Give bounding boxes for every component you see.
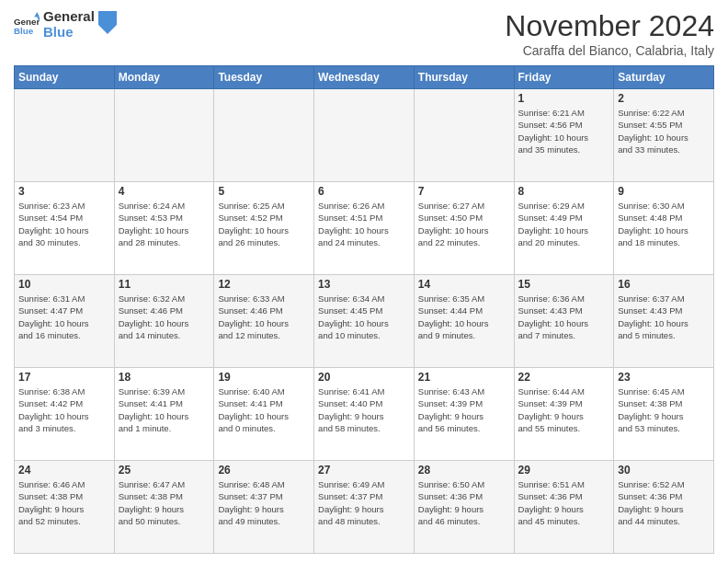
calendar-cell-1-0: 3Sunrise: 6:23 AM Sunset: 4:54 PM Daylig… bbox=[15, 182, 115, 275]
col-tuesday: Tuesday bbox=[214, 66, 314, 89]
day-number: 28 bbox=[418, 464, 510, 477]
day-number: 29 bbox=[518, 464, 610, 477]
day-info: Sunrise: 6:51 AM Sunset: 4:36 PM Dayligh… bbox=[518, 478, 610, 527]
day-info: Sunrise: 6:40 AM Sunset: 4:41 PM Dayligh… bbox=[218, 385, 310, 434]
day-number: 6 bbox=[318, 185, 410, 198]
day-number: 27 bbox=[318, 464, 410, 477]
day-info: Sunrise: 6:22 AM Sunset: 4:55 PM Dayligh… bbox=[618, 107, 710, 155]
day-number: 9 bbox=[618, 185, 710, 198]
calendar-cell-3-0: 17Sunrise: 6:38 AM Sunset: 4:42 PM Dayli… bbox=[15, 368, 115, 461]
day-number: 10 bbox=[18, 278, 110, 291]
day-number: 13 bbox=[318, 278, 410, 291]
calendar-cell-0-1 bbox=[114, 89, 214, 182]
day-number: 26 bbox=[218, 464, 310, 477]
day-info: Sunrise: 6:48 AM Sunset: 4:37 PM Dayligh… bbox=[218, 478, 310, 527]
day-number: 16 bbox=[618, 278, 710, 291]
day-info: Sunrise: 6:37 AM Sunset: 4:43 PM Dayligh… bbox=[618, 293, 710, 341]
calendar-cell-3-2: 19Sunrise: 6:40 AM Sunset: 4:41 PM Dayli… bbox=[214, 368, 314, 461]
logo-icon: General Blue bbox=[14, 12, 40, 38]
calendar-row-4: 24Sunrise: 6:46 AM Sunset: 4:38 PM Dayli… bbox=[15, 461, 714, 554]
col-sunday: Sunday bbox=[15, 66, 115, 89]
calendar-cell-2-0: 10Sunrise: 6:31 AM Sunset: 4:47 PM Dayli… bbox=[15, 275, 115, 368]
day-number: 12 bbox=[218, 278, 310, 291]
day-number: 5 bbox=[218, 185, 310, 198]
day-number: 25 bbox=[119, 464, 210, 477]
calendar-cell-3-1: 18Sunrise: 6:39 AM Sunset: 4:41 PM Dayli… bbox=[114, 368, 214, 461]
day-info: Sunrise: 6:44 AM Sunset: 4:39 PM Dayligh… bbox=[518, 385, 610, 434]
day-number: 24 bbox=[18, 464, 110, 477]
calendar-cell-4-4: 28Sunrise: 6:50 AM Sunset: 4:36 PM Dayli… bbox=[414, 461, 514, 554]
day-number: 17 bbox=[18, 371, 110, 384]
col-wednesday: Wednesday bbox=[314, 66, 415, 89]
logo-general: General bbox=[43, 9, 95, 25]
day-info: Sunrise: 6:32 AM Sunset: 4:46 PM Dayligh… bbox=[119, 293, 210, 341]
day-number: 30 bbox=[618, 464, 710, 477]
calendar-cell-4-3: 27Sunrise: 6:49 AM Sunset: 4:37 PM Dayli… bbox=[314, 461, 415, 554]
day-info: Sunrise: 6:41 AM Sunset: 4:40 PM Dayligh… bbox=[318, 385, 410, 434]
day-number: 22 bbox=[518, 371, 610, 384]
day-info: Sunrise: 6:45 AM Sunset: 4:38 PM Dayligh… bbox=[618, 385, 710, 434]
calendar-cell-1-1: 4Sunrise: 6:24 AM Sunset: 4:53 PM Daylig… bbox=[114, 182, 214, 275]
calendar-cell-2-5: 15Sunrise: 6:36 AM Sunset: 4:43 PM Dayli… bbox=[514, 275, 614, 368]
calendar-cell-4-5: 29Sunrise: 6:51 AM Sunset: 4:36 PM Dayli… bbox=[514, 461, 614, 554]
day-info: Sunrise: 6:26 AM Sunset: 4:51 PM Dayligh… bbox=[318, 200, 410, 248]
day-info: Sunrise: 6:25 AM Sunset: 4:52 PM Dayligh… bbox=[218, 200, 310, 248]
day-number: 23 bbox=[618, 371, 710, 384]
day-number: 7 bbox=[418, 185, 510, 198]
day-info: Sunrise: 6:34 AM Sunset: 4:45 PM Dayligh… bbox=[318, 293, 410, 341]
calendar-cell-2-6: 16Sunrise: 6:37 AM Sunset: 4:43 PM Dayli… bbox=[614, 275, 714, 368]
calendar-row-1: 3Sunrise: 6:23 AM Sunset: 4:54 PM Daylig… bbox=[15, 182, 714, 275]
calendar-cell-4-2: 26Sunrise: 6:48 AM Sunset: 4:37 PM Dayli… bbox=[214, 461, 314, 554]
day-number: 18 bbox=[119, 371, 210, 384]
logo: General Blue General Blue bbox=[14, 9, 117, 40]
day-number: 11 bbox=[119, 278, 210, 291]
day-info: Sunrise: 6:39 AM Sunset: 4:41 PM Dayligh… bbox=[119, 385, 210, 434]
logo-arrow-icon bbox=[98, 11, 117, 39]
day-number: 21 bbox=[418, 371, 510, 384]
day-info: Sunrise: 6:27 AM Sunset: 4:50 PM Dayligh… bbox=[418, 200, 510, 248]
calendar-table: Sunday Monday Tuesday Wednesday Thursday… bbox=[14, 65, 714, 554]
day-number: 15 bbox=[518, 278, 610, 291]
day-number: 1 bbox=[518, 92, 610, 105]
day-info: Sunrise: 6:24 AM Sunset: 4:53 PM Dayligh… bbox=[119, 200, 210, 248]
calendar-cell-4-0: 24Sunrise: 6:46 AM Sunset: 4:38 PM Dayli… bbox=[15, 461, 115, 554]
title-block: November 2024 Caraffa del Bianco, Calabr… bbox=[505, 9, 714, 58]
calendar-cell-3-5: 22Sunrise: 6:44 AM Sunset: 4:39 PM Dayli… bbox=[514, 368, 614, 461]
header: General Blue General Blue November 2024 … bbox=[14, 9, 714, 58]
day-info: Sunrise: 6:50 AM Sunset: 4:36 PM Dayligh… bbox=[418, 478, 510, 527]
calendar-cell-1-2: 5Sunrise: 6:25 AM Sunset: 4:52 PM Daylig… bbox=[214, 182, 314, 275]
col-friday: Friday bbox=[514, 66, 614, 89]
calendar-cell-0-5: 1Sunrise: 6:21 AM Sunset: 4:56 PM Daylig… bbox=[514, 89, 614, 182]
day-info: Sunrise: 6:35 AM Sunset: 4:44 PM Dayligh… bbox=[418, 293, 510, 341]
day-info: Sunrise: 6:38 AM Sunset: 4:42 PM Dayligh… bbox=[18, 385, 110, 434]
location: Caraffa del Bianco, Calabria, Italy bbox=[505, 43, 714, 58]
day-number: 8 bbox=[518, 185, 610, 198]
calendar-cell-0-0 bbox=[15, 89, 115, 182]
col-saturday: Saturday bbox=[614, 66, 714, 89]
calendar-row-3: 17Sunrise: 6:38 AM Sunset: 4:42 PM Dayli… bbox=[15, 368, 714, 461]
calendar-cell-2-1: 11Sunrise: 6:32 AM Sunset: 4:46 PM Dayli… bbox=[114, 275, 214, 368]
calendar-cell-1-4: 7Sunrise: 6:27 AM Sunset: 4:50 PM Daylig… bbox=[414, 182, 514, 275]
calendar-cell-0-6: 2Sunrise: 6:22 AM Sunset: 4:55 PM Daylig… bbox=[614, 89, 714, 182]
calendar-cell-1-6: 9Sunrise: 6:30 AM Sunset: 4:48 PM Daylig… bbox=[614, 182, 714, 275]
day-info: Sunrise: 6:21 AM Sunset: 4:56 PM Dayligh… bbox=[518, 107, 610, 155]
day-info: Sunrise: 6:49 AM Sunset: 4:37 PM Dayligh… bbox=[318, 478, 410, 527]
calendar-cell-3-4: 21Sunrise: 6:43 AM Sunset: 4:39 PM Dayli… bbox=[414, 368, 514, 461]
day-info: Sunrise: 6:31 AM Sunset: 4:47 PM Dayligh… bbox=[18, 293, 110, 341]
col-monday: Monday bbox=[114, 66, 214, 89]
calendar-row-2: 10Sunrise: 6:31 AM Sunset: 4:47 PM Dayli… bbox=[15, 275, 714, 368]
day-number: 14 bbox=[418, 278, 510, 291]
day-info: Sunrise: 6:47 AM Sunset: 4:38 PM Dayligh… bbox=[119, 478, 210, 527]
calendar-cell-0-3 bbox=[314, 89, 415, 182]
calendar-cell-4-1: 25Sunrise: 6:47 AM Sunset: 4:38 PM Dayli… bbox=[114, 461, 214, 554]
day-info: Sunrise: 6:46 AM Sunset: 4:38 PM Dayligh… bbox=[18, 478, 110, 527]
calendar-cell-4-6: 30Sunrise: 6:52 AM Sunset: 4:36 PM Dayli… bbox=[614, 461, 714, 554]
day-info: Sunrise: 6:52 AM Sunset: 4:36 PM Dayligh… bbox=[618, 478, 710, 527]
calendar-cell-2-4: 14Sunrise: 6:35 AM Sunset: 4:44 PM Dayli… bbox=[414, 275, 514, 368]
calendar-cell-3-3: 20Sunrise: 6:41 AM Sunset: 4:40 PM Dayli… bbox=[314, 368, 415, 461]
calendar-cell-2-2: 12Sunrise: 6:33 AM Sunset: 4:46 PM Dayli… bbox=[214, 275, 314, 368]
day-number: 4 bbox=[119, 185, 210, 198]
month-title: November 2024 bbox=[505, 9, 714, 43]
svg-marker-2 bbox=[34, 12, 40, 17]
calendar-cell-2-3: 13Sunrise: 6:34 AM Sunset: 4:45 PM Dayli… bbox=[314, 275, 415, 368]
